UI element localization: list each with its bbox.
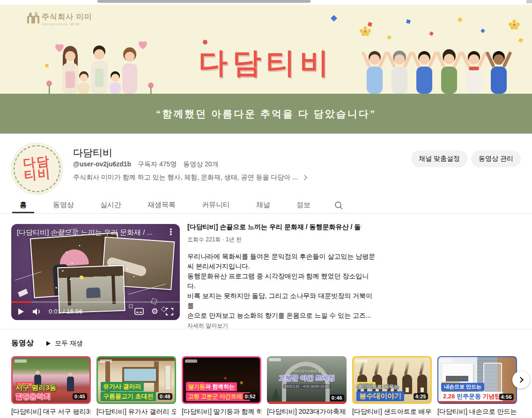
captions-icon[interactable]	[134, 308, 144, 315]
pine-tree	[272, 388, 280, 400]
section-divider	[0, 329, 532, 329]
video-card[interactable]: 다담티비 샌드아트로 배우는 봉수대이야기 4:25 [다담티비] 샌드아트로 …	[352, 356, 432, 418]
video-card[interactable]: 다담티비 서구 평리3동 힐링음악회 0:45 [다담티비] 대구 서구 평리3…	[11, 356, 91, 418]
channel-action-buttons: 채널 맞춤설정 동영상 관리	[411, 150, 521, 167]
mimi-watermark	[185, 359, 197, 363]
mimi-watermark	[269, 358, 281, 361]
mimi-logo-icon	[27, 12, 39, 24]
browser-top-strip	[0, 0, 532, 5]
tab-videos[interactable]: 동영상	[45, 197, 81, 213]
featured-video-title[interactable]: [다담티비] 손끝으로 느끼는 우리 문화재 / 동행문화유산 / 돌담...	[187, 223, 362, 231]
channel-description[interactable]: 주식회사 미미가 함께 하고 있는 행사, 체험, 문화재, 생태, 공연 등을…	[73, 173, 306, 182]
gallery-window	[122, 367, 158, 383]
video-title[interactable]: [다담티비] 2023대가야축제 고분군 야간 트레킹 / 어린이	[267, 407, 347, 418]
channel-handle: @user-ov2ju6zd1b	[73, 160, 131, 168]
player-controls: 0:01 / 16:56 ⚙	[11, 303, 180, 320]
video-title[interactable]: [다담티비] 샌드아트로 배우는 봉수대 이야기 / 신호체계 /	[352, 407, 432, 418]
search-icon[interactable]	[329, 197, 348, 213]
thumbnail-overlay-text: 구름물고기 초대전	[101, 392, 156, 401]
chevron-right-icon[interactable]	[302, 175, 307, 180]
videos-section-header: 동영상 모두 재생	[11, 338, 83, 348]
mimi-logo-name: 주식회사 미미	[42, 12, 92, 22]
video-title[interactable]: [다담티비] 유가사 갤러리 오 픈 / 사찰에서 느끼는 예술의	[96, 407, 176, 418]
beacon-tower	[417, 374, 427, 394]
video-duration: 0:52	[243, 393, 258, 400]
channel-banner: 주식회사 미미 corporation MIMI 다담티비	[0, 5, 532, 94]
thumbnail-overlay-text: 샌드아트로 배우는	[356, 383, 399, 390]
thumbnail-overlay-text: 2.28 민주운동 기념탑	[441, 392, 503, 401]
mimi-logo-subtitle: corporation MIMI	[42, 22, 92, 26]
thumbnail-overlay-text: 서구 평리3동	[15, 383, 57, 392]
thumbnail-overlay-text: 힐링음악회	[15, 392, 51, 401]
browser-top-bar	[97, 0, 310, 3]
video-title[interactable]: [다담티비] 대구 서구 평리3동 힐링음악회 / 주민음악회 /	[11, 407, 91, 418]
mimi-watermark	[440, 359, 452, 362]
volume-icon[interactable]	[32, 308, 41, 315]
video-thumbnail[interactable]: 다담티비 딸기등과 함께하는 고령 고분군 야간트레킹 0:52	[182, 356, 261, 404]
play-button[interactable]	[18, 308, 24, 315]
tab-community[interactable]: 커뮤니티	[194, 197, 237, 213]
channel-tabs: 홈 동영상 실시간 재생목록 커뮤니티 채널 정보	[0, 197, 532, 214]
video-thumbnail[interactable]: 다담티비 유가사 갤러리 구름물고기 초대전 0:48	[96, 356, 176, 404]
featured-video-meta: 조회수 221회 · 1년 전	[187, 236, 362, 244]
video-card[interactable]: 다담티비 딸기등과 함께하는 고령 고분군 야간트레킹 0:52 [다담티비] …	[182, 356, 261, 418]
memorial-plate	[446, 376, 468, 381]
banner-quote: “함께했던 아름다운 추억을 다 담았습니다”	[156, 107, 376, 120]
guitarist-figure	[67, 376, 74, 391]
tab-live[interactable]: 실시간	[93, 197, 129, 213]
tab-channels[interactable]: 채널	[249, 197, 278, 213]
play-all-icon	[46, 341, 51, 346]
tab-home[interactable]: 홈	[12, 197, 34, 213]
fullscreen-icon[interactable]	[166, 308, 173, 315]
mimi-watermark	[15, 359, 27, 363]
thumbnail-overlay-text: 딸기등과 함께하는	[186, 382, 237, 391]
mimi-logo: 주식회사 미미 corporation MIMI	[27, 12, 92, 26]
video-thumbnail[interactable]: 2023 대가야축제 중 고분군 야간 트레킹 2023.3.31 ~ 4.02…	[267, 356, 347, 404]
banner-title: 다담티비	[199, 43, 333, 82]
tab-about[interactable]: 정보	[289, 197, 318, 213]
channel-name: 다담티비	[73, 146, 112, 159]
video-duration: 0:46	[330, 395, 344, 401]
video-cards-row: 다담티비 서구 평리3동 힐링음악회 0:45 [다담티비] 대구 서구 평리3…	[11, 356, 517, 418]
customize-channel-button[interactable]: 채널 맞춤설정	[411, 150, 467, 167]
video-duration: 0:45	[73, 393, 87, 400]
avatar-logo-text: 다담 티비	[9, 141, 65, 196]
featured-video-description: 우리나라에 목화씨를 들여온 문익점의 후손들이 살고있는 남평문 씨 본리세거…	[187, 252, 362, 321]
channel-header: 다담 티비 다담티비 @user-ov2ju6zd1b 구독자 475명 동영상…	[0, 134, 532, 197]
festival-arch	[282, 362, 330, 404]
video-duration: 0:48	[158, 393, 172, 400]
thumbnail-overlay-text: 고령 고분군 야간트레킹	[186, 392, 250, 401]
featured-video-details: [다담티비] 손끝으로 느끼는 우리 문화재 / 동행문화유산 / 돌담... …	[187, 223, 362, 330]
thumbnail-overlay-text: 고분군 야간 트레킹	[267, 374, 347, 382]
video-thumbnail[interactable]: 다담티비 내손으로 만드는 2.28 민주운동 기념탑 4:56	[437, 356, 517, 404]
chevron-right-icon	[517, 377, 524, 383]
next-arrow-button[interactable]	[512, 371, 530, 388]
manage-videos-button[interactable]: 동영상 관리	[471, 150, 521, 167]
video-duration: 4:25	[414, 393, 428, 400]
video-card[interactable]: 2023 대가야축제 중 고분군 야간 트레킹 2023.3.31 ~ 4.02…	[267, 356, 347, 418]
player-video-title[interactable]: [다담티비] 손끝으로 느끼는 우리 문화재 / ...	[17, 228, 164, 237]
thumbnail-overlay-text: 유가사 갤러리	[101, 382, 144, 391]
video-count: 동영상 20개	[183, 160, 218, 168]
more-options-icon[interactable]: ⋮	[167, 227, 175, 237]
video-title[interactable]: [다담티비] 내손으로 만드는 2.28 민주운동 기념탑 만들	[437, 407, 517, 418]
video-thumbnail[interactable]: 다담티비 샌드아트로 배우는 봉수대이야기 4:25	[352, 356, 432, 404]
tab-playlists[interactable]: 재생목록	[140, 197, 183, 213]
youtube-channel-page: 주식회사 미미 corporation MIMI 다담티비 “함께했던 아름다운…	[0, 0, 532, 418]
settings-icon[interactable]: ⚙	[151, 307, 158, 315]
video-thumbnail[interactable]: 다담티비 서구 평리3동 힐링음악회 0:45	[11, 356, 91, 404]
video-card[interactable]: 다담티비 내손으로 만드는 2.28 민주운동 기념탑 4:56 [다담티비] …	[437, 356, 517, 418]
channel-meta: @user-ov2ju6zd1b 구독자 475명 동영상 20개	[73, 160, 219, 169]
art-scroll	[165, 365, 171, 390]
thumbnail-overlay-text: 2023 대가야축제 중	[267, 369, 347, 374]
browser-top-corner	[526, 0, 532, 3]
subscriber-count: 구독자 475명	[138, 160, 177, 168]
banner-quote-band: “함께했던 아름다운 추억을 다 담았습니다”	[0, 94, 532, 134]
time-display: 0:01 / 16:56	[49, 308, 82, 315]
featured-video-player[interactable]: [다담티비] 손끝으로 느끼는 우리 문화재 / ... ⋮ 0:01 / 16…	[11, 224, 180, 320]
channel-avatar[interactable]: 다담 티비	[11, 143, 63, 194]
video-card[interactable]: 다담티비 유가사 갤러리 구름물고기 초대전 0:48 [다담티비] 유가사 갤…	[96, 356, 176, 418]
thumbnail-overlay-text: 내손으로 만드는	[441, 383, 484, 391]
video-title[interactable]: [다담티비] 딸기등과 함께 하 는 고령고분군 야간트레킹 /	[182, 407, 261, 418]
play-all-button[interactable]: 모두 재생	[46, 339, 83, 348]
